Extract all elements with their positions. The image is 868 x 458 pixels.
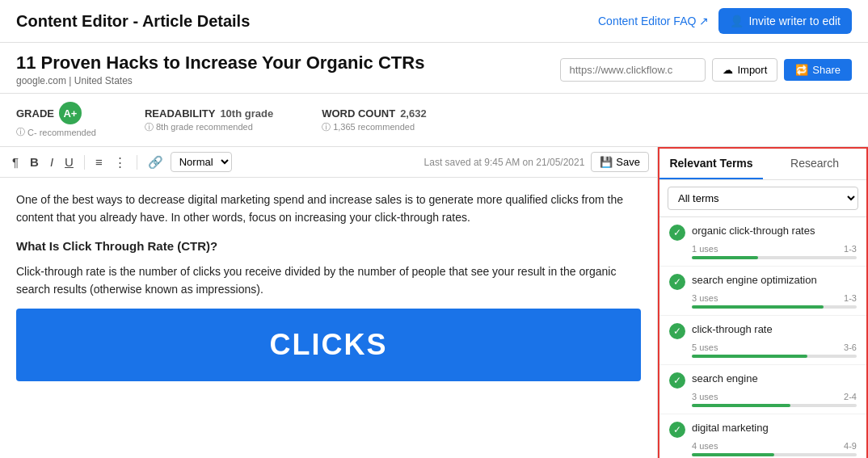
word-count-sub: ⓘ 1,365 recommended <box>322 121 427 133</box>
paragraph-icon[interactable]: ¶ <box>8 153 23 171</box>
underline-icon[interactable]: U <box>61 153 78 171</box>
term-bar-background <box>692 404 857 407</box>
terms-list: ✓ organic click-through rates 1 uses 1-3… <box>659 217 866 458</box>
term-range: 1-3 <box>844 293 857 303</box>
editor-content[interactable]: One of the best ways to decrease digital… <box>0 178 657 458</box>
term-uses: 3 uses <box>692 293 718 303</box>
right-panel: Relevant Terms Research All terms Missin… <box>658 147 868 458</box>
info-icon: ⓘ <box>16 126 25 138</box>
word-count-stat: WORD COUNT 2,632 ⓘ 1,365 recommended <box>322 107 427 133</box>
editor-paragraph-2: Click-through rate is the number of clic… <box>16 263 641 299</box>
term-bar-container <box>669 453 857 456</box>
bold-icon[interactable]: B <box>26 153 43 171</box>
term-row: ✓ organic click-through rates <box>669 224 857 241</box>
term-bar-fill <box>692 404 790 407</box>
term-row: ✓ search engine optimization <box>669 273 857 290</box>
right-panel-tabs: Relevant Terms Research <box>659 149 866 180</box>
term-bar-fill <box>692 453 774 456</box>
term-bar-background <box>692 453 857 456</box>
term-range: 4-9 <box>844 441 857 451</box>
term-name: click-through rate <box>692 322 773 337</box>
article-meta: google.com | United States <box>16 75 424 86</box>
ordered-list-icon[interactable]: ≡ <box>91 153 107 171</box>
main-layout: ¶ B I U ≡ ⋮ 🔗 Normal Last saved at 9:45 … <box>0 147 868 458</box>
term-bar-fill <box>692 256 758 259</box>
url-input[interactable] <box>560 58 706 82</box>
term-meta: 4 uses 4-9 <box>669 441 857 451</box>
term-check-icon: ✓ <box>669 422 685 438</box>
save-button[interactable]: 💾 Save <box>591 152 649 172</box>
term-range: 1-3 <box>844 244 857 254</box>
editor-paragraph-1: One of the best ways to decrease digital… <box>16 191 641 227</box>
share-button[interactable]: 🔁 Share <box>784 59 852 81</box>
readability-stat: READABILITY 10th grade ⓘ 8th grade recom… <box>145 107 273 133</box>
term-bar-container <box>669 256 857 259</box>
article-title-area: 11 Proven Hacks to Increase Your Organic… <box>16 53 424 86</box>
term-name: organic click-through rates <box>692 224 815 238</box>
term-check-icon: ✓ <box>669 225 685 241</box>
editor-image: CLICKS <box>16 309 641 381</box>
term-uses: 4 uses <box>692 441 718 451</box>
grade-sub: ⓘ C- recommended <box>16 126 96 138</box>
italic-icon[interactable]: I <box>46 153 57 171</box>
term-meta: 3 uses 1-3 <box>669 293 857 303</box>
readability-sub: ⓘ 8th grade recommended <box>145 121 273 133</box>
term-name: search engine <box>692 372 758 386</box>
link-icon[interactable]: 🔗 <box>144 153 167 172</box>
term-row: ✓ click-through rate <box>669 322 857 339</box>
term-bar-container <box>669 404 857 407</box>
term-uses: 3 uses <box>692 392 718 401</box>
article-header: 11 Proven Hacks to Increase Your Organic… <box>0 43 868 94</box>
term-item: ✓ search engine optimization 3 uses 1-3 <box>659 267 866 316</box>
term-bar-fill <box>692 305 824 309</box>
term-item: ✓ search engine 3 uses 2-4 <box>659 365 866 414</box>
faq-link[interactable]: Content Editor FAQ ↗ <box>598 15 709 27</box>
top-bar: Content Editor - Article Details Content… <box>0 0 868 43</box>
toolbar-right: Last saved at 9:45 AM on 21/05/2021 💾 Sa… <box>424 152 649 172</box>
term-bar-container <box>669 355 857 358</box>
term-range: 3-6 <box>844 342 857 352</box>
style-select[interactable]: Normal <box>171 152 232 172</box>
page-title: Content Editor - Article Details <box>16 12 250 31</box>
editor-panel: ¶ B I U ≡ ⋮ 🔗 Normal Last saved at 9:45 … <box>0 147 658 458</box>
term-row: ✓ search engine <box>669 372 857 389</box>
term-meta: 1 uses 1-3 <box>669 244 857 254</box>
top-bar-actions: Content Editor FAQ ↗ 👤 Invite writer to … <box>598 8 852 34</box>
terms-filter-select[interactable]: All terms Missing terms Used terms <box>668 187 858 210</box>
tab-research[interactable]: Research <box>763 149 866 179</box>
grade-stat: GRADE A+ ⓘ C- recommended <box>16 102 96 138</box>
term-uses: 5 uses <box>692 342 718 352</box>
article-header-right: ☁ Import 🔁 Share <box>560 58 852 82</box>
term-bar-fill <box>692 355 807 358</box>
info-icon: ⓘ <box>322 121 331 133</box>
terms-filter: All terms Missing terms Used terms <box>659 180 866 217</box>
article-title: 11 Proven Hacks to Increase Your Organic… <box>16 53 424 74</box>
unordered-list-icon[interactable]: ⋮ <box>110 153 130 172</box>
term-name: search engine optimization <box>692 273 817 288</box>
term-check-icon: ✓ <box>669 274 685 290</box>
toolbar-left: ¶ B I U ≡ ⋮ 🔗 Normal <box>8 152 232 172</box>
term-bar-background <box>692 256 857 259</box>
term-item: ✓ organic click-through rates 1 uses 1-3 <box>659 217 866 267</box>
stats-bar: GRADE A+ ⓘ C- recommended READABILITY 10… <box>0 94 868 147</box>
grade-badge: A+ <box>59 102 82 124</box>
term-name: digital marketing <box>692 421 769 435</box>
editor-heading-1: What Is Click Through Rate (CTR)? <box>16 237 641 256</box>
term-bar-background <box>692 355 857 358</box>
tab-relevant-terms[interactable]: Relevant Terms <box>659 149 763 179</box>
invite-writer-button[interactable]: 👤 Invite writer to edit <box>718 8 852 34</box>
info-icon: ⓘ <box>145 121 154 133</box>
share-icon: 🔁 <box>795 64 808 76</box>
separator <box>84 155 85 170</box>
save-icon: 💾 <box>600 156 613 168</box>
import-icon: ☁ <box>723 64 733 76</box>
term-meta: 5 uses 3-6 <box>669 342 857 352</box>
separator <box>137 155 137 170</box>
term-uses: 1 uses <box>692 244 718 254</box>
import-button[interactable]: ☁ Import <box>712 58 777 82</box>
term-item: ✓ digital marketing 4 uses 4-9 <box>659 414 866 458</box>
last-saved-label: Last saved at 9:45 AM on 21/05/2021 <box>424 157 585 168</box>
term-bar-background <box>692 305 857 309</box>
term-item: ✓ click-through rate 5 uses 3-6 <box>659 316 866 365</box>
term-check-icon: ✓ <box>669 323 685 339</box>
